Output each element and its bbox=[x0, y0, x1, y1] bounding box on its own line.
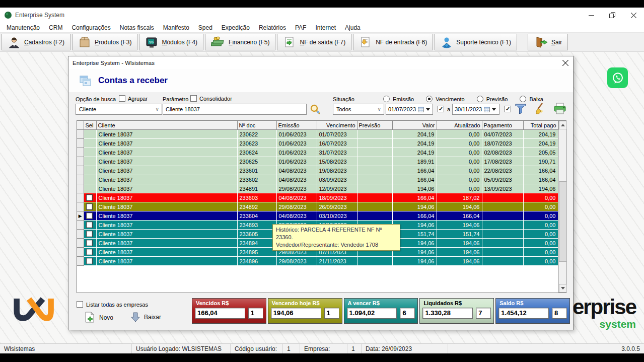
row-select-cell[interactable] bbox=[84, 193, 96, 202]
table-row[interactable]: Cliente 1803723360104/08/202319/08/20231… bbox=[77, 166, 558, 175]
dialog-close-button[interactable] bbox=[558, 56, 573, 69]
nf-saida-button[interactable]: NF de saída (F7) bbox=[277, 34, 351, 50]
row-checkbox[interactable] bbox=[86, 222, 93, 228]
table-row[interactable]: Cliente 1803723489229/08/202326/09/20231… bbox=[77, 202, 558, 211]
column-header-n-doc[interactable]: Nº doc bbox=[237, 121, 276, 130]
date-to-checkbox[interactable] bbox=[505, 106, 511, 112]
menu-item-crm[interactable]: CRM bbox=[44, 24, 67, 31]
radio-vencimento[interactable]: Vencimento bbox=[426, 96, 464, 102]
print-button[interactable] bbox=[553, 102, 567, 115]
scrollbar-thumb[interactable] bbox=[559, 181, 567, 262]
listar-empresas-checkbox[interactable]: Listar todas as empresas bbox=[77, 301, 148, 308]
consolidador-checkbox[interactable]: Consolidador bbox=[190, 95, 232, 102]
menu-item-relat-rios[interactable]: Relatórios bbox=[254, 24, 291, 31]
menu-item-paf[interactable]: PAF bbox=[291, 24, 311, 31]
column-header-previs-o[interactable]: Previsão bbox=[357, 121, 392, 130]
agrupar-checkbox[interactable]: Agrupar bbox=[119, 95, 148, 102]
row-select-cell[interactable] bbox=[84, 130, 96, 139]
filter-button[interactable] bbox=[514, 102, 528, 115]
row-select-cell[interactable] bbox=[84, 257, 96, 266]
row-select-cell[interactable] bbox=[84, 184, 96, 193]
row-checkbox[interactable] bbox=[86, 249, 93, 255]
suporte-button[interactable]: Suporte técnico (F1) bbox=[435, 34, 517, 50]
cadastros-button[interactable]: Cadastros (F2) bbox=[2, 34, 70, 50]
menu-item-manuten-o[interactable]: Manutenção bbox=[2, 24, 44, 31]
column-header-total-pago[interactable]: Total pago bbox=[523, 121, 558, 130]
column-header-valor[interactable]: Valor bbox=[392, 121, 437, 130]
summary-count[interactable]: 7 bbox=[476, 308, 491, 319]
row-select-cell[interactable] bbox=[84, 202, 96, 211]
row-select-cell[interactable] bbox=[84, 221, 96, 230]
summary-value[interactable]: 1.330,28 bbox=[422, 308, 473, 319]
row-checkbox[interactable] bbox=[86, 212, 93, 219]
row-checkbox[interactable] bbox=[86, 240, 93, 246]
row-checkbox[interactable] bbox=[86, 194, 93, 201]
column-header-cliente[interactable]: Cliente bbox=[96, 121, 237, 130]
menu-item-manifesto[interactable]: Manifesto bbox=[159, 24, 194, 31]
summary-count[interactable]: 8 bbox=[552, 308, 567, 319]
nf-entrada-button[interactable]: NF de entrada (F6) bbox=[353, 34, 433, 50]
row-select-cell[interactable] bbox=[84, 139, 96, 148]
vertical-scrollbar[interactable] bbox=[558, 121, 566, 293]
row-select-cell[interactable] bbox=[84, 148, 96, 157]
date-from-picker[interactable]: 01/07/2023 bbox=[386, 104, 433, 115]
scroll-down-button[interactable] bbox=[559, 284, 567, 293]
summary-value[interactable]: 1.094,02 bbox=[347, 308, 397, 319]
table-row[interactable]: Cliente 1803723062201/06/202301/07/20232… bbox=[77, 130, 558, 139]
summary-value[interactable]: 194,06 bbox=[271, 308, 321, 319]
minimize-button[interactable] bbox=[581, 8, 602, 23]
column-header-sel[interactable]: Sel bbox=[84, 121, 96, 130]
row-select-cell[interactable] bbox=[84, 166, 96, 175]
menu-item-sped[interactable]: Sped bbox=[194, 24, 217, 31]
table-row[interactable]: ▶Cliente 1803723360404/08/202303/10/2023… bbox=[77, 211, 558, 221]
row-select-cell[interactable] bbox=[84, 248, 96, 257]
column-header-emiss-o[interactable]: Emissão bbox=[276, 121, 317, 130]
row-checkbox[interactable] bbox=[86, 203, 93, 210]
menu-item-configura-es[interactable]: Configurações bbox=[67, 24, 115, 31]
row-checkbox[interactable] bbox=[86, 258, 93, 264]
row-select-cell[interactable] bbox=[84, 230, 96, 239]
summary-count[interactable]: 1 bbox=[324, 308, 339, 319]
column-header-vencimento[interactable]: Vencimento bbox=[317, 121, 357, 130]
date-from-checkbox[interactable] bbox=[438, 106, 444, 112]
search-button[interactable] bbox=[308, 103, 322, 116]
column-header-atualizado[interactable]: Atualizado bbox=[437, 121, 482, 130]
summary-value[interactable]: 166,04 bbox=[195, 308, 245, 319]
agrupar-checkbox-box[interactable] bbox=[119, 95, 125, 102]
radio-emiss-o[interactable]: Emissão bbox=[383, 96, 414, 102]
whatsapp-button[interactable] bbox=[607, 67, 628, 88]
novo-button[interactable]: Novo bbox=[84, 312, 113, 324]
menu-item-notas-fiscais[interactable]: Notas fiscais bbox=[115, 24, 159, 31]
scroll-up-button[interactable] bbox=[559, 121, 567, 129]
modulos-button[interactable]: $$ Módulos (F4) bbox=[139, 34, 203, 50]
sair-button[interactable]: Sair bbox=[528, 34, 568, 50]
financeiro-button[interactable]: Financeiro (F5) bbox=[205, 34, 275, 50]
menu-item-expedi-o[interactable]: Expedição bbox=[217, 24, 254, 31]
table-row[interactable]: Cliente 1803723360204/08/202303/09/20231… bbox=[77, 175, 558, 184]
produtos-button[interactable]: Produtos (F3) bbox=[72, 34, 137, 50]
table-row[interactable]: Cliente 1803723062401/06/202331/07/20232… bbox=[77, 148, 558, 157]
table-row[interactable]: Cliente 1803723360304/08/202318/09/20231… bbox=[77, 193, 558, 202]
parametro-input[interactable]: Cliente 18037 bbox=[163, 104, 307, 115]
row-select-cell[interactable] bbox=[84, 175, 96, 184]
table-row[interactable]: Cliente 1803723489629/08/202321/11/20231… bbox=[77, 257, 558, 266]
menu-item-internet[interactable]: Internet bbox=[311, 24, 340, 31]
table-row[interactable]: Cliente 1803723489129/08/202312/09/20231… bbox=[77, 184, 558, 193]
busca-combobox[interactable]: Cliente ˅ bbox=[76, 104, 162, 115]
close-button[interactable] bbox=[623, 8, 644, 23]
radio-previs-o[interactable]: Previsão bbox=[477, 96, 508, 102]
row-select-cell[interactable] bbox=[84, 239, 96, 248]
dialog-titlebar[interactable]: Enterprise System - Wlsistemas bbox=[68, 56, 573, 69]
date-to-picker[interactable]: 30/11/2023 bbox=[452, 104, 499, 115]
table-row[interactable]: Cliente 1803723062501/06/202315/08/20231… bbox=[77, 157, 558, 166]
baixar-button[interactable]: Baixar bbox=[130, 312, 161, 323]
radio-baixa[interactable]: Baixa bbox=[520, 96, 543, 102]
row-select-cell[interactable] bbox=[84, 157, 96, 166]
summary-value[interactable]: 1.454,12 bbox=[498, 308, 549, 319]
summary-count[interactable]: 1 bbox=[248, 308, 263, 319]
column-header-pagamento[interactable]: Pagamento bbox=[482, 121, 523, 130]
summary-count[interactable]: 6 bbox=[400, 308, 415, 319]
restore-button[interactable] bbox=[602, 8, 623, 23]
menu-item-ajuda[interactable]: Ajuda bbox=[340, 24, 365, 31]
clear-button[interactable] bbox=[534, 102, 548, 115]
